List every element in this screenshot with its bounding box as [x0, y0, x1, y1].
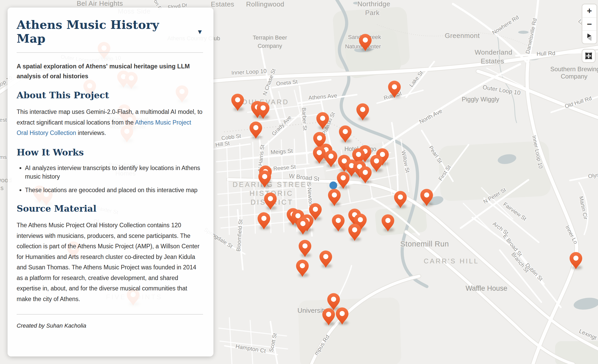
map-marker[interactable] [296, 259, 309, 277]
compass-needle-icon [586, 32, 594, 42]
how-heading: How It Works [17, 147, 203, 158]
map-marker[interactable] [336, 171, 350, 189]
expand-arrows-icon [584, 51, 593, 60]
map-label-poi: Terrapin Beer [253, 34, 287, 41]
map-marker[interactable] [249, 121, 263, 139]
map-label-area: Northridge [358, 0, 390, 8]
map-label-area: Park [365, 9, 380, 17]
map-marker[interactable] [388, 80, 401, 98]
map-zoom-controls: + − [582, 4, 597, 44]
map-marker[interactable] [420, 188, 433, 206]
page-title: Athens Music History Map [17, 18, 186, 46]
map-label-street: Hull Rd [536, 50, 555, 57]
map-marker[interactable] [256, 101, 270, 119]
title-divider [17, 52, 203, 53]
map-marker[interactable] [394, 191, 407, 208]
map-label-street: Barber St [301, 107, 308, 131]
map-marker[interactable] [322, 308, 335, 326]
map-label-street: est [0, 117, 7, 123]
minus-icon: − [587, 19, 592, 29]
about-text-after-link: interviews. [76, 129, 106, 136]
map-label-poi: Company [561, 73, 588, 80]
zoom-out-button[interactable]: − [582, 17, 596, 30]
map-marker[interactable] [316, 112, 329, 129]
info-panel: Athens Music History Map ▼ A spatial exp… [8, 8, 213, 356]
fullscreen-button[interactable] [582, 49, 596, 63]
zoom-in-button[interactable]: + [582, 4, 596, 17]
map-label-area: Estates [211, 0, 234, 8]
plus-icon: + [587, 6, 592, 16]
credit-divider [17, 314, 203, 315]
collapse-caret-icon[interactable]: ▼ [197, 29, 203, 35]
map-marker[interactable] [328, 188, 341, 206]
map-marker[interactable] [356, 103, 369, 121]
map-label-area: Bel Air Heights [77, 0, 123, 7]
map-marker[interactable] [359, 34, 372, 51]
map-label-poi: Piggly Wiggly [462, 96, 499, 103]
map-marker[interactable] [335, 307, 349, 325]
source-paragraph: The Athens Music Project Oral History Co… [17, 220, 203, 304]
map-marker[interactable] [258, 170, 271, 188]
how-bullet-1: AI analyzes interview transcripts to ide… [25, 164, 203, 181]
panel-subtitle: A spatial exploration of Athens' musical… [17, 62, 203, 81]
panel-header: Athens Music History Map ▼ [17, 18, 203, 46]
map-marker[interactable] [348, 223, 361, 241]
map-label-district: CARR'S HILL [424, 257, 479, 265]
map-label-area: s [1, 184, 4, 191]
map-label-area: Stonemill Run [400, 240, 449, 248]
map-marker[interactable] [257, 212, 271, 230]
map-marker[interactable] [569, 252, 583, 269]
map-label-district: DEARING STREET [232, 181, 312, 188]
map-label-poi: Southern Brewing [550, 66, 598, 73]
map-label-poi: Company [258, 43, 282, 49]
map-label-street: ms [0, 154, 7, 160]
how-bullet-2: These locations are geocoded and placed … [25, 186, 203, 195]
map-marker[interactable] [324, 150, 338, 167]
map-label-area: Wonderland [475, 48, 512, 56]
compass-button[interactable] [582, 30, 596, 43]
map-label-area: Greenmont [445, 32, 480, 40]
how-it-works-list: AI analyzes interview transcripts to ide… [17, 164, 203, 195]
map-label-area: Estates [481, 57, 504, 65]
map-label-area: Rollingwood [246, 0, 284, 8]
map-marker[interactable] [332, 214, 345, 232]
map-marker[interactable] [359, 166, 372, 184]
map-marker[interactable] [319, 250, 333, 268]
about-paragraph: This interactive map uses Gemini-2.0-Fla… [17, 107, 203, 138]
map-marker[interactable] [296, 217, 310, 235]
map-label-poi: Waffle House [466, 284, 508, 292]
map-marker[interactable] [298, 239, 312, 257]
about-heading: About This Project [17, 90, 203, 100]
source-heading: Source Material [17, 203, 203, 214]
credit-line: Created by Suhan Kacholia [17, 322, 203, 329]
map-marker[interactable] [381, 214, 395, 232]
map-marker[interactable] [264, 192, 277, 210]
map-marker[interactable] [339, 125, 352, 143]
app-root: { "panel": { "title": "Athens Music Hist… [0, 0, 598, 364]
map-marker[interactable] [231, 93, 244, 111]
